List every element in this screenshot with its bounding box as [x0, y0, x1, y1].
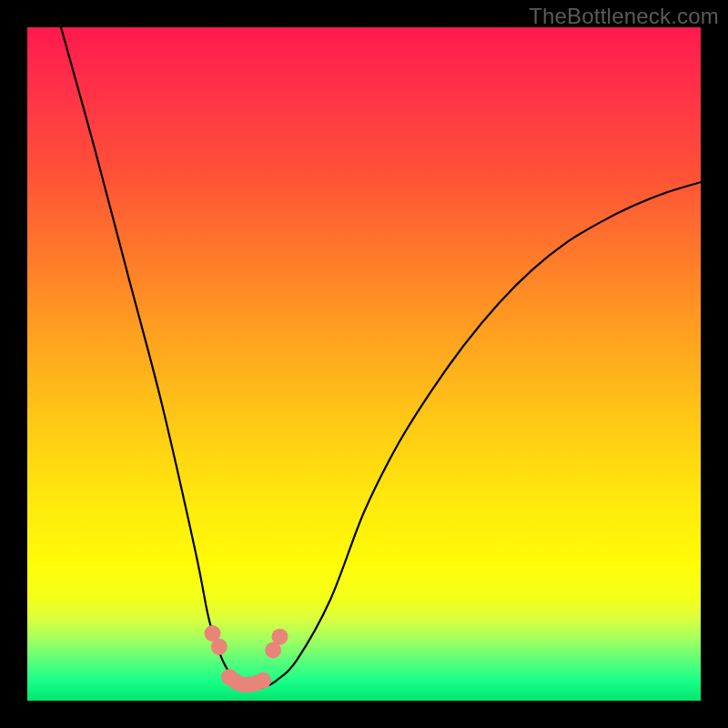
minimum-marker: [211, 639, 228, 655]
minimum-marker: [272, 629, 288, 645]
bottleneck-curve: [61, 27, 701, 688]
minimum-marker: [255, 672, 271, 689]
curve-layer: [27, 27, 701, 701]
minimum-markers: [205, 625, 288, 693]
watermark-text: TheBottleneck.com: [529, 4, 719, 29]
plot-area: [27, 27, 701, 701]
chart-frame: TheBottleneck.com: [0, 0, 728, 728]
